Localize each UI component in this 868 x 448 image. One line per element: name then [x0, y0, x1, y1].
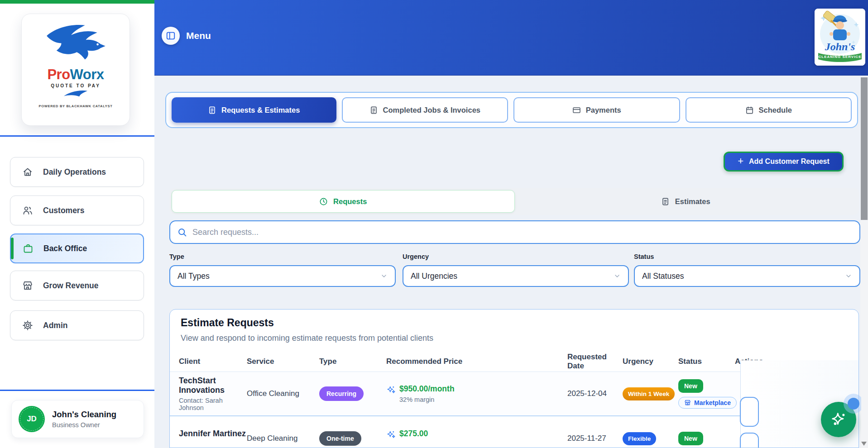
column-header-date: Requested Date	[567, 353, 623, 371]
credit-card-icon	[572, 106, 581, 114]
filter-status-select[interactable]: All Statuses	[634, 265, 860, 287]
vertical-scrollbar[interactable]	[860, 76, 868, 448]
column-header-type: Type	[319, 357, 386, 366]
home-icon	[22, 167, 33, 177]
urgency-badge: Within 1 Week	[623, 387, 675, 400]
column-header-service: Service	[247, 357, 319, 366]
clock-icon	[319, 197, 328, 206]
search-icon	[177, 228, 187, 237]
briefcase-icon	[23, 243, 34, 254]
tab-payments[interactable]: Payments	[513, 97, 680, 123]
filter-urgency-label: Urgency	[403, 253, 629, 260]
app-window: ProWorx QUOTE TO PAY POWERED BY BLACKHAW…	[0, 0, 868, 448]
file-text-icon	[369, 106, 378, 114]
proworx-logo-card: ProWorx QUOTE TO PAY POWERED BY BLACKHAW…	[21, 14, 130, 126]
filter-status-value: All Statuses	[642, 272, 684, 281]
chevron-down-icon	[380, 272, 388, 280]
client-name: TechStart Innovations	[179, 376, 247, 395]
row-action-button[interactable]	[740, 433, 759, 448]
requested-date-cell: 2025-12-04	[567, 389, 623, 398]
filter-urgency-select[interactable]: All Urgencies	[403, 265, 629, 287]
column-header-status: Status	[678, 357, 735, 366]
sidebar-item-back-office[interactable]: Back Office	[10, 234, 144, 263]
subtab-estimates[interactable]: Estimates	[515, 190, 857, 213]
sidebar-item-label: Grow Revenue	[43, 281, 99, 291]
filter-status: Status All Statuses	[634, 253, 860, 287]
sidebar-accent-bar	[0, 0, 154, 4]
business-logo-banner: CLEANING SERVICE	[819, 55, 862, 59]
status-badge: New	[678, 432, 703, 445]
column-header-urgency: Urgency	[623, 357, 678, 366]
search-bar	[169, 220, 860, 244]
top-header: Menu John's CLEANING SERVICE	[154, 0, 868, 76]
filter-type-value: All Types	[177, 272, 210, 281]
filter-type-label: Type	[169, 253, 396, 260]
filter-type-select[interactable]: All Types	[169, 265, 396, 287]
sparkle-icon	[830, 410, 848, 429]
search-input[interactable]	[192, 228, 826, 237]
price-value: $275.00	[399, 429, 428, 438]
store-icon	[684, 399, 691, 406]
brand-name-primary: Pro	[47, 67, 70, 82]
chevron-down-icon	[845, 272, 852, 280]
menu-label: Menu	[186, 30, 211, 41]
profile-name: John's Cleaning	[52, 410, 116, 419]
user-profile[interactable]: JD John's Cleaning Business Owner	[11, 400, 144, 438]
marketplace-badge[interactable]: Marketplace	[678, 397, 737, 409]
notification-dot[interactable]	[848, 398, 859, 410]
sparkles-icon	[386, 430, 396, 439]
scrollbar-down-arrow[interactable]	[861, 442, 867, 446]
client-contact: Contact: Sarah Johnson	[179, 397, 247, 411]
menu-button[interactable]: Menu	[162, 27, 211, 45]
add-customer-request-button[interactable]: + Add Customer Request	[724, 152, 844, 172]
tab-schedule[interactable]: Schedule	[686, 97, 852, 123]
column-header-price: Recommended Price	[386, 357, 567, 366]
business-logo: John's CLEANING SERVICE	[815, 9, 865, 66]
main-tabs: Requests & Estimates Completed Jobs & In…	[165, 92, 858, 128]
subtab-label: Requests	[333, 197, 367, 206]
brand-name-secondary: Worx	[70, 67, 104, 82]
tab-label: Payments	[586, 106, 621, 114]
sidebar-item-daily-operations[interactable]: Daily Operations	[10, 157, 144, 187]
card-title: Estimate Requests	[181, 317, 848, 329]
main-content: Requests & Estimates Completed Jobs & In…	[154, 76, 861, 448]
tab-requests-estimates[interactable]: Requests & Estimates	[172, 97, 336, 123]
profile-role: Business Owner	[52, 421, 116, 429]
brand-name: ProWorx	[47, 67, 104, 81]
sidebar-item-label: Customers	[43, 206, 84, 215]
filter-type: Type All Types	[169, 253, 396, 287]
filter-urgency-value: All Urgencies	[411, 272, 457, 281]
gear-icon	[22, 320, 33, 331]
sparkles-icon	[386, 385, 396, 395]
status-badge: New	[678, 379, 703, 393]
calendar-icon	[745, 106, 754, 114]
requested-date-cell: 2025-11-27	[567, 434, 623, 443]
service-cell: Deep Cleaning	[247, 434, 319, 443]
client-name: Jennifer Martinez	[179, 429, 247, 438]
file-text-icon	[208, 106, 216, 114]
sidebar-panel-icon	[162, 27, 180, 45]
subtab-requests[interactable]: Requests	[172, 190, 515, 213]
tab-label: Schedule	[759, 106, 792, 114]
card-subtitle: View and respond to incoming estimate re…	[181, 334, 848, 343]
tab-label: Requests & Estimates	[221, 106, 300, 114]
sidebar-item-grow-revenue[interactable]: Grow Revenue	[10, 271, 144, 300]
sidebar-item-admin[interactable]: Admin	[10, 310, 144, 340]
sub-tabs: Requests Estimates	[169, 188, 859, 215]
brand-powered-by: POWERED BY BLACKHAWK CATALYST	[39, 104, 113, 108]
filter-urgency: Urgency All Urgencies	[403, 253, 629, 287]
service-cell: Office Cleaning	[247, 389, 319, 398]
sidebar-item-label: Daily Operations	[43, 167, 106, 177]
tab-completed-jobs-invoices[interactable]: Completed Jobs & Invoices	[342, 97, 508, 123]
sidebar-divider-bottom	[0, 390, 154, 391]
add-customer-request-label: Add Customer Request	[749, 157, 830, 166]
brand-tagline: QUOTE TO PAY	[51, 83, 101, 88]
type-badge: Recurring	[319, 386, 364, 401]
row-action-button[interactable]	[740, 397, 759, 427]
proworx-bird-logo	[37, 20, 114, 69]
column-header-client: Client	[179, 357, 247, 366]
tab-label: Completed Jobs & Invoices	[383, 106, 480, 114]
scrollbar-thumb[interactable]	[861, 77, 868, 220]
sidebar-item-customers[interactable]: Customers	[10, 195, 144, 225]
users-icon	[22, 205, 33, 216]
